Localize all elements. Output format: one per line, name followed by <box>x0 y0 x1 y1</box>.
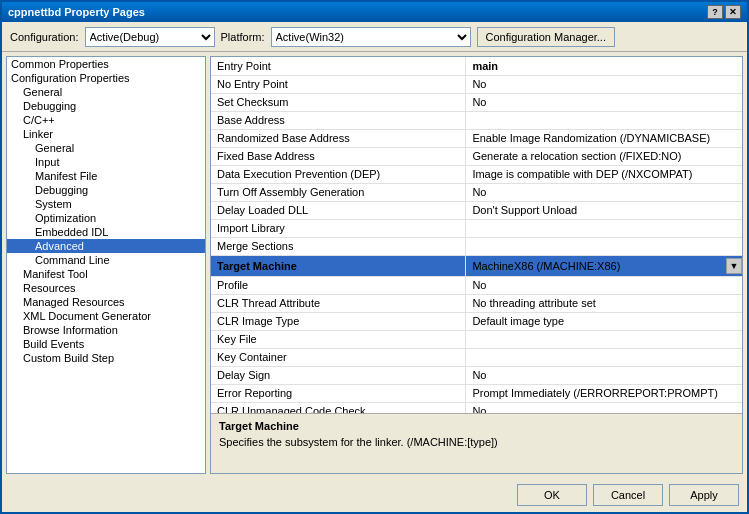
property-name: CLR Thread Attribute <box>211 294 466 312</box>
sidebar-item-debugging[interactable]: Debugging <box>7 99 205 113</box>
property-name: Delay Sign <box>211 366 466 384</box>
property-name: Key Container <box>211 348 466 366</box>
sidebar-item-resources[interactable]: Resources <box>7 281 205 295</box>
sidebar-item-linker-system[interactable]: System <box>7 197 205 211</box>
sidebar-item-custom-build[interactable]: Custom Build Step <box>7 351 205 365</box>
property-value: No <box>466 183 742 201</box>
sidebar-item-browse-info[interactable]: Browse Information <box>7 323 205 337</box>
property-value: Generate a relocation section (/FIXED:NO… <box>466 147 742 165</box>
table-row[interactable]: Set ChecksumNo <box>211 93 742 111</box>
table-row[interactable]: Fixed Base AddressGenerate a relocation … <box>211 147 742 165</box>
table-row[interactable]: No Entry PointNo <box>211 75 742 93</box>
cancel-button[interactable]: Cancel <box>593 484 663 506</box>
table-row[interactable]: Import Library <box>211 219 742 237</box>
sidebar-item-linker-optimization[interactable]: Optimization <box>7 211 205 225</box>
table-row[interactable]: Merge Sections <box>211 237 742 255</box>
property-value: Enable Image Randomization (/DYNAMICBASE… <box>466 129 742 147</box>
description-title: Target Machine <box>219 420 734 432</box>
property-value: Don't Support Unload <box>466 201 742 219</box>
property-value: No <box>466 366 742 384</box>
sidebar-item-linker-advanced[interactable]: Advanced <box>7 239 205 253</box>
property-name: Fixed Base Address <box>211 147 466 165</box>
sidebar-item-xml-doc[interactable]: XML Document Generator <box>7 309 205 323</box>
sidebar-item-linker-input[interactable]: Input <box>7 155 205 169</box>
sidebar-item-linker-cmdline[interactable]: Command Line <box>7 253 205 267</box>
table-row[interactable]: Entry Pointmain <box>211 57 742 75</box>
property-value: No <box>466 93 742 111</box>
property-value <box>466 348 742 366</box>
title-bar: cppnettbd Property Pages ? ✕ <box>2 2 747 22</box>
config-manager-button[interactable]: Configuration Manager... <box>477 27 615 47</box>
table-row[interactable]: CLR Unmanaged Code CheckNo <box>211 402 742 413</box>
property-value: Default image type <box>466 312 742 330</box>
sidebar-item-managed-resources[interactable]: Managed Resources <box>7 295 205 309</box>
property-value <box>466 219 742 237</box>
table-row[interactable]: Key Container <box>211 348 742 366</box>
dropdown-arrow-icon[interactable]: ▼ <box>726 258 742 274</box>
property-name: Randomized Base Address <box>211 129 466 147</box>
sidebar-item-config-props[interactable]: Configuration Properties <box>7 71 205 85</box>
property-value: No <box>466 276 742 294</box>
property-name: Set Checksum <box>211 93 466 111</box>
property-value: Prompt Immediately (/ERRORREPORT:PROMPT) <box>466 384 742 402</box>
property-value: Image is compatible with DEP (/NXCOMPAT) <box>466 165 742 183</box>
table-row[interactable]: Target MachineMachineX86 (/MACHINE:X86)▼ <box>211 255 742 276</box>
property-name: Entry Point <box>211 57 466 75</box>
close-button[interactable]: ✕ <box>725 5 741 19</box>
apply-button[interactable]: Apply <box>669 484 739 506</box>
platform-label: Platform: <box>221 31 265 43</box>
property-name: CLR Unmanaged Code Check <box>211 402 466 413</box>
help-button[interactable]: ? <box>707 5 723 19</box>
property-value: MachineX86 (/MACHINE:X86)▼ <box>466 255 742 276</box>
config-label: Configuration: <box>10 31 79 43</box>
property-value: No <box>466 402 742 413</box>
configuration-select[interactable]: Active(Debug) <box>85 27 215 47</box>
title-bar-buttons: ? ✕ <box>707 5 741 19</box>
platform-select[interactable]: Active(Win32) <box>271 27 471 47</box>
property-name: Target Machine <box>211 255 466 276</box>
table-row[interactable]: Delay SignNo <box>211 366 742 384</box>
sidebar-item-manifest-tool[interactable]: Manifest Tool <box>7 267 205 281</box>
sidebar-item-cpp[interactable]: C/C++ <box>7 113 205 127</box>
property-name: Data Execution Prevention (DEP) <box>211 165 466 183</box>
table-row[interactable]: CLR Image TypeDefault image type <box>211 312 742 330</box>
property-name: Error Reporting <box>211 384 466 402</box>
ok-button[interactable]: OK <box>517 484 587 506</box>
property-value <box>466 330 742 348</box>
table-row[interactable]: ProfileNo <box>211 276 742 294</box>
table-row[interactable]: Base Address <box>211 111 742 129</box>
table-row[interactable]: CLR Thread AttributeNo threading attribu… <box>211 294 742 312</box>
property-value <box>466 111 742 129</box>
toolbar: Configuration: Active(Debug) Platform: A… <box>2 22 747 52</box>
sidebar-item-build-events[interactable]: Build Events <box>7 337 205 351</box>
property-name: Turn Off Assembly Generation <box>211 183 466 201</box>
property-pages-window: cppnettbd Property Pages ? ✕ Configurati… <box>0 0 749 514</box>
property-value: No <box>466 75 742 93</box>
table-row[interactable]: Delay Loaded DLLDon't Support Unload <box>211 201 742 219</box>
table-row[interactable]: Randomized Base AddressEnable Image Rand… <box>211 129 742 147</box>
property-name: Profile <box>211 276 466 294</box>
sidebar-item-linker-idl[interactable]: Embedded IDL <box>7 225 205 239</box>
properties-table: Entry PointmainNo Entry PointNoSet Check… <box>211 57 742 413</box>
sidebar-item-general[interactable]: General <box>7 85 205 99</box>
property-name: CLR Image Type <box>211 312 466 330</box>
table-row[interactable]: Error ReportingPrompt Immediately (/ERRO… <box>211 384 742 402</box>
window-title: cppnettbd Property Pages <box>8 6 145 18</box>
sidebar-item-linker-manifest[interactable]: Manifest File <box>7 169 205 183</box>
sidebar-item-linker-general[interactable]: General <box>7 141 205 155</box>
property-value: No threading attribute set <box>466 294 742 312</box>
property-value <box>466 237 742 255</box>
right-panel: Entry PointmainNo Entry PointNoSet Check… <box>210 56 743 474</box>
property-value: main <box>466 57 742 75</box>
bottom-buttons: OK Cancel Apply <box>2 478 747 512</box>
table-row[interactable]: Key File <box>211 330 742 348</box>
description-panel: Target Machine Specifies the subsystem f… <box>211 413 742 473</box>
description-text: Specifies the subsystem for the linker. … <box>219 436 734 448</box>
sidebar-item-linker[interactable]: Linker <box>7 127 205 141</box>
table-row[interactable]: Data Execution Prevention (DEP)Image is … <box>211 165 742 183</box>
sidebar-item-linker-debugging[interactable]: Debugging <box>7 183 205 197</box>
main-content: Common PropertiesConfiguration Propertie… <box>2 52 747 478</box>
sidebar-item-common-props[interactable]: Common Properties <box>7 57 205 71</box>
table-row[interactable]: Turn Off Assembly GenerationNo <box>211 183 742 201</box>
property-name: Delay Loaded DLL <box>211 201 466 219</box>
